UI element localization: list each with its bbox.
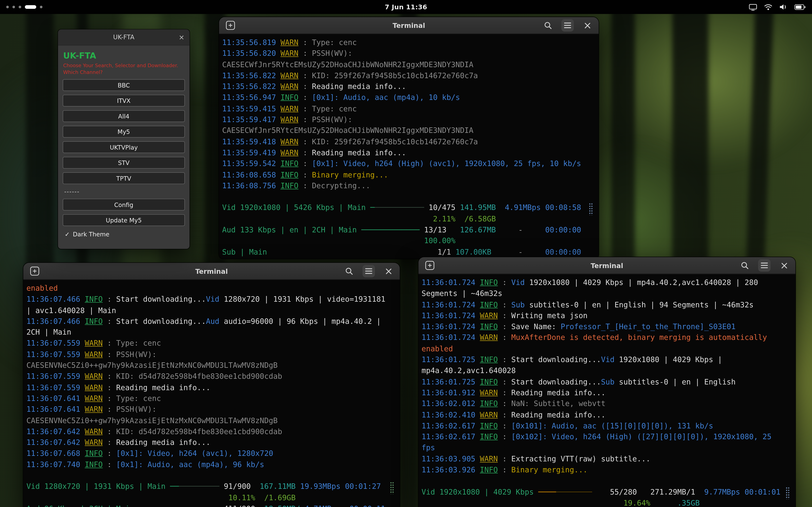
close-button[interactable] bbox=[581, 19, 594, 32]
terminal-line: 11:35:56.947 INFO : [0x1]: Audio, aac (m… bbox=[222, 92, 599, 103]
workspace-dot[interactable] bbox=[40, 6, 43, 8]
update-my5-button[interactable]: Update My5 bbox=[63, 214, 185, 226]
channel-button-bbc[interactable]: BBC bbox=[63, 79, 185, 91]
scrollbar-handle[interactable] bbox=[390, 482, 394, 494]
volume-icon[interactable] bbox=[779, 4, 788, 10]
workspace-dot[interactable] bbox=[12, 6, 15, 8]
config-button[interactable]: Config bbox=[63, 199, 185, 210]
terminal-line: 11:36:01.725 INFO : Start downloading...… bbox=[421, 354, 795, 365]
terminal-line: 11:36:01.912 WARN : Reading media info..… bbox=[421, 387, 795, 398]
search-button[interactable] bbox=[739, 259, 751, 272]
terminal-line: 11:36:07.641 WARN : PSSH(WV): bbox=[27, 404, 400, 415]
search-button[interactable] bbox=[343, 265, 355, 277]
channel-button-all4[interactable]: All4 bbox=[63, 110, 185, 122]
terminal-content[interactable]: 11:35:56.819 WARN : Type: cenc11:35:56.8… bbox=[219, 34, 599, 259]
terminal-line: CAESENVNeC5Zi0++gw7hy9kAzasiEjEtNzMxNC0w… bbox=[27, 360, 400, 371]
terminal-content[interactable]: enabled11:36:07.466 INFO : Start downloa… bbox=[23, 280, 400, 507]
terminal-line: CAESECWfJnr5RYtcEMsUZy52DHoaCHJibWNoNHR2… bbox=[222, 125, 599, 136]
terminal-line: 11:36:02.012 INFO : NaN: Subtitle, webvt… bbox=[421, 398, 795, 409]
ukfta-titlebar-title: UK-FTA bbox=[113, 34, 134, 41]
terminal-line: 11:35:59.419 WARN : Reading media info..… bbox=[222, 148, 599, 158]
terminal-line: 10.11% /1.69GB bbox=[27, 493, 400, 503]
terminal-line: 100.00% bbox=[222, 235, 599, 246]
new-tab-button[interactable] bbox=[423, 259, 436, 272]
workspace-indicator[interactable] bbox=[6, 5, 42, 9]
menu-button[interactable] bbox=[561, 19, 574, 32]
terminal-line: 11:36:01.724 WARN : Writing meta json bbox=[421, 310, 795, 321]
ukfta-subtitle-line2: Which Channel? bbox=[63, 69, 186, 76]
wifi-icon[interactable] bbox=[764, 4, 773, 10]
workspace-dot[interactable] bbox=[6, 6, 9, 8]
terminal-line: 11:36:02.617 INFO : [0x101]: Audio, aac … bbox=[421, 420, 795, 432]
ukfta-window: UK-FTA ✕ UK-FTA Choose Your Search, Sele… bbox=[58, 30, 190, 249]
clock[interactable]: 7 Jun 11:36 bbox=[385, 3, 427, 11]
terminal-line: 11:36:07.668 INFO : [0x1]: Video, h264 (… bbox=[27, 448, 400, 459]
menu-button[interactable] bbox=[758, 259, 770, 272]
terminal-window-bottom-right: Terminal 11:36:01.724 INFO : Vid 1920x10… bbox=[418, 257, 796, 507]
terminal-line: Sub | Main 1/1 107.00KB - 00:00:00 bbox=[222, 246, 599, 258]
terminal-line: Vid 1920x1080 | 5426 Kbps | Main ───────… bbox=[222, 203, 599, 214]
terminal-line: 11:35:56.822 WARN : Reading media info..… bbox=[222, 81, 599, 92]
terminal-line bbox=[421, 475, 795, 487]
terminal-line: 11:36:07.559 WARN : Reading media info..… bbox=[27, 382, 400, 393]
battery-icon[interactable] bbox=[795, 4, 806, 10]
dark-theme-checkbox[interactable]: ✓ Dark Theme bbox=[65, 231, 186, 238]
ukfta-subtitle-line1: Choose Your Search, Selector and Downloa… bbox=[63, 62, 186, 69]
terminal-line: 11:35:59.415 WARN : Type: cenc bbox=[222, 103, 599, 114]
menu-button[interactable] bbox=[362, 265, 375, 277]
ukfta-heading: UK-FTA bbox=[63, 51, 186, 61]
terminal-line: enabled bbox=[421, 343, 795, 354]
terminal-title: Terminal bbox=[195, 267, 228, 275]
system-tray[interactable] bbox=[749, 3, 806, 11]
channel-button-uktvplay[interactable]: UKTVPlay bbox=[63, 141, 185, 153]
wallpaper-decor bbox=[596, 0, 812, 169]
terminal-window-bottom-left: Terminal enabled11:36:07.466 INFO : Star… bbox=[23, 263, 400, 507]
terminal-line: 11:36:03.905 WARN : Extracting VTT(raw) … bbox=[421, 454, 795, 464]
terminal-line: 11:36:08.756 INFO : Decrypting... bbox=[222, 180, 599, 191]
terminal-line: 11:36:07.559 WARN : PSSH(WV): bbox=[27, 349, 400, 360]
terminal-line: 11:36:01.724 INFO : Sub subtitles-0 | en… bbox=[421, 299, 795, 310]
terminal-line: mp4a.40.2,avc1.640028 bbox=[421, 365, 795, 377]
terminal-line: 11:36:07.466 INFO : Start downloading...… bbox=[27, 294, 400, 305]
terminal-line bbox=[27, 470, 400, 481]
terminal-line: 11:35:56.822 WARN : KID: 259f267af9458b5… bbox=[222, 70, 599, 81]
terminal-headerbar[interactable]: Terminal bbox=[23, 263, 400, 280]
terminal-line: | avc1.640028 | Main bbox=[27, 305, 400, 316]
channel-button-itvx[interactable]: ITVX bbox=[63, 95, 185, 107]
terminal-line: 2CH | Main bbox=[27, 327, 400, 338]
terminal-line: Vid 1920x1080 | 4029 Kbps ──────────── 5… bbox=[421, 487, 795, 498]
scrollbar-handle[interactable] bbox=[785, 487, 790, 499]
terminal-content[interactable]: 11:36:01.724 INFO : Vid 1920x1080 | 4029… bbox=[418, 274, 796, 507]
workspace-pill-active[interactable] bbox=[25, 5, 36, 9]
terminal-line: 11:36:01.725 INFO : Start downloading...… bbox=[421, 377, 795, 387]
terminal-line: 11:36:01.724 INFO : Vid 1920x1080 | 4029… bbox=[421, 277, 795, 288]
terminal-line: 11:36:01.724 WARN : MuxAfterDone is dete… bbox=[421, 332, 795, 343]
close-icon[interactable]: ✕ bbox=[179, 30, 185, 45]
terminal-line: 11:36:02.410 WARN : Reading media info..… bbox=[421, 410, 795, 420]
terminal-title: Terminal bbox=[591, 262, 623, 269]
close-button[interactable] bbox=[382, 265, 395, 277]
terminal-line: fps bbox=[421, 443, 795, 454]
terminal-line: 11:35:59.542 INFO : [0x1]: Video, h264 (… bbox=[222, 158, 599, 169]
screencast-icon[interactable] bbox=[749, 3, 757, 11]
terminal-line: Vid 1280x720 | 1931 Kbps | Main ────────… bbox=[27, 481, 400, 492]
terminal-line: 19.64% .35GB bbox=[421, 498, 795, 507]
terminal-headerbar[interactable]: Terminal bbox=[418, 257, 796, 274]
new-tab-button[interactable] bbox=[224, 19, 237, 32]
top-bar: 7 Jun 11:36 bbox=[0, 0, 812, 14]
terminal-line: 11:35:56.820 WARN : PSSH(WV): bbox=[222, 48, 599, 59]
terminal-line: CAESENVNeC5Zi0++gw7hy9kAzasiEjEtNzMxNC0w… bbox=[27, 415, 400, 426]
terminal-line: 11:36:03.926 INFO : Binary merging... bbox=[421, 464, 795, 475]
close-button[interactable] bbox=[778, 259, 790, 272]
scrollbar-handle[interactable] bbox=[589, 203, 593, 215]
channel-button-tptv[interactable]: TPTV bbox=[63, 172, 185, 184]
desktop-root: 7 Jun 11:36 Terminal bbox=[0, 0, 812, 507]
terminal-line: Aud 133 Kbps | en | 2CH | Main ─────────… bbox=[222, 225, 599, 235]
terminal-headerbar[interactable]: Terminal bbox=[219, 17, 599, 34]
search-button[interactable] bbox=[542, 19, 554, 32]
new-tab-button[interactable] bbox=[29, 265, 41, 277]
channel-button-my5[interactable]: My5 bbox=[63, 126, 185, 137]
channel-button-stv[interactable]: STV bbox=[63, 157, 185, 169]
workspace-dot[interactable] bbox=[18, 6, 21, 8]
ukfta-titlebar[interactable]: UK-FTA ✕ bbox=[58, 30, 190, 46]
